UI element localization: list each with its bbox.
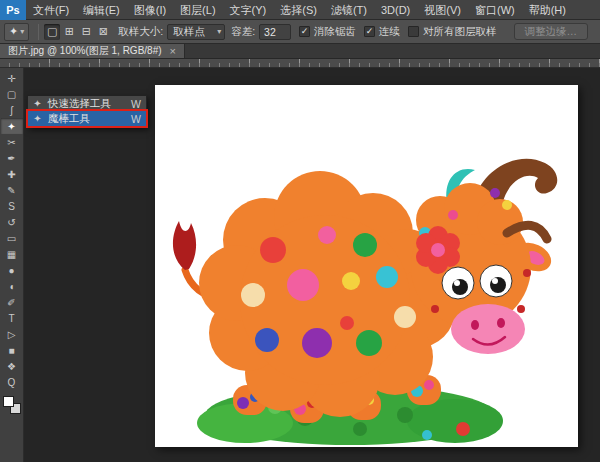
- close-icon[interactable]: ×: [170, 45, 176, 57]
- menu-filter[interactable]: 滤镜(T): [324, 0, 374, 20]
- document-tab-title: 图片.jpg @ 100%(图层 1, RGB/8#): [8, 44, 162, 58]
- antialias-checkbox[interactable]: ✓: [299, 26, 310, 37]
- magic-wand-tool[interactable]: ✦: [1, 118, 23, 134]
- quick-selection-tool-item[interactable]: ✦ 快速选择工具 W: [28, 96, 146, 111]
- color-swatches[interactable]: [3, 396, 21, 414]
- sample-all-layers-option[interactable]: 对所有图层取样: [408, 25, 497, 39]
- workspace: ✛ ▢ ʃ ✦ ✂ ✒ ✚ ✎ S ↺ ▭ ▦ ● ◖ ✐ T ▷ ■ ❖ Q: [0, 68, 600, 462]
- menu-bar: Ps 文件(F) 编辑(E) 图像(I) 图层(L) 文字(Y) 选择(S) 滤…: [0, 0, 600, 20]
- move-tool[interactable]: ✛: [1, 70, 23, 86]
- contiguous-label: 连续: [379, 25, 400, 39]
- menu-layer[interactable]: 图层(L): [173, 0, 222, 20]
- sample-size-dropdown[interactable]: 取样点 ▾: [167, 24, 225, 40]
- add-selection-mode-button[interactable]: ⊞: [61, 24, 77, 40]
- magic-wand-icon: ✦: [9, 25, 18, 38]
- eyedropper-tool[interactable]: ✒: [1, 150, 23, 166]
- horizontal-ruler[interactable]: [0, 59, 600, 68]
- menu-view[interactable]: 视图(V): [417, 0, 468, 20]
- blur-tool[interactable]: ●: [1, 262, 23, 278]
- menu-help[interactable]: 帮助(H): [522, 0, 573, 20]
- sample-all-layers-label: 对所有图层取样: [423, 25, 497, 39]
- zoom-tool[interactable]: Q: [1, 374, 23, 390]
- menu-type[interactable]: 文字(Y): [223, 0, 274, 20]
- healing-brush-tool[interactable]: ✚: [1, 166, 23, 182]
- document-tab[interactable]: 图片.jpg @ 100%(图层 1, RGB/8#) ×: [0, 44, 185, 58]
- tools-panel: ✛ ▢ ʃ ✦ ✂ ✒ ✚ ✎ S ↺ ▭ ▦ ● ◖ ✐ T ▷ ■ ❖ Q: [0, 68, 24, 462]
- marquee-tool[interactable]: ▢: [1, 86, 23, 102]
- antialias-option[interactable]: ✓ 消除锯齿: [299, 25, 356, 39]
- brush-tool[interactable]: ✎: [1, 182, 23, 198]
- pen-tool[interactable]: ✐: [1, 294, 23, 310]
- gradient-tool[interactable]: ▦: [1, 246, 23, 262]
- antialias-label: 消除锯齿: [314, 25, 356, 39]
- menu-3d[interactable]: 3D(D): [374, 0, 417, 20]
- document-canvas[interactable]: [155, 85, 578, 447]
- cartoon-bull-illustration: [155, 85, 578, 447]
- wand-tool-flyout-menu: ✦ 快速选择工具 W ✦ 魔棒工具 W: [27, 95, 147, 127]
- quick-selection-tool-icon: ✦: [32, 98, 43, 109]
- shape-tool[interactable]: ■: [1, 342, 23, 358]
- subtract-selection-mode-button[interactable]: ⊟: [78, 24, 94, 40]
- options-bar: ✦ ▾ ▢ ⊞ ⊟ ⊠ 取样大小: 取样点 ▾ 容差: 32 ✓ 消除锯齿 ✓ …: [0, 20, 600, 44]
- eraser-tool[interactable]: ▭: [1, 230, 23, 246]
- contiguous-option[interactable]: ✓ 连续: [364, 25, 400, 39]
- chevron-down-icon: ▾: [20, 27, 24, 36]
- intersect-selection-mode-button[interactable]: ⊠: [95, 24, 111, 40]
- path-select-tool[interactable]: ▷: [1, 326, 23, 342]
- menu-edit[interactable]: 编辑(E): [76, 0, 127, 20]
- body: [199, 171, 455, 417]
- magic-wand-tool-label: 魔棒工具: [48, 112, 90, 126]
- foreground-color-swatch[interactable]: [3, 396, 14, 407]
- clone-stamp-tool[interactable]: S: [1, 198, 23, 214]
- tolerance-label: 容差:: [231, 25, 255, 39]
- new-selection-mode-button[interactable]: ▢: [44, 24, 60, 40]
- photoshop-logo: Ps: [0, 0, 26, 20]
- type-tool[interactable]: T: [1, 310, 23, 326]
- magic-wand-tool-item[interactable]: ✦ 魔棒工具 W: [28, 111, 146, 126]
- document-tab-bar: 图片.jpg @ 100%(图层 1, RGB/8#) ×: [0, 44, 600, 59]
- separator: [38, 24, 39, 40]
- shortcut-key: W: [131, 98, 141, 110]
- shortcut-key: W: [131, 113, 141, 125]
- sample-size-label: 取样大小:: [118, 25, 163, 39]
- tool-preset-picker[interactable]: ✦ ▾: [4, 23, 29, 41]
- quick-selection-tool-label: 快速选择工具: [48, 97, 111, 111]
- sample-all-layers-checkbox[interactable]: [408, 26, 419, 37]
- sample-size-value: 取样点: [173, 25, 205, 39]
- contiguous-checkbox[interactable]: ✓: [364, 26, 375, 37]
- chevron-down-icon: ▾: [217, 27, 221, 36]
- history-brush-tool[interactable]: ↺: [1, 214, 23, 230]
- magic-wand-tool-icon: ✦: [32, 113, 43, 124]
- refine-edge-button[interactable]: 调整边缘…: [514, 23, 589, 40]
- menu-file[interactable]: 文件(F): [26, 0, 76, 20]
- menu-window[interactable]: 窗口(W): [468, 0, 522, 20]
- hand-tool[interactable]: ❖: [1, 358, 23, 374]
- tolerance-input[interactable]: 32: [259, 24, 291, 40]
- lasso-tool[interactable]: ʃ: [1, 102, 23, 118]
- menu-select[interactable]: 选择(S): [273, 0, 324, 20]
- crop-tool[interactable]: ✂: [1, 134, 23, 150]
- menu-image[interactable]: 图像(I): [127, 0, 173, 20]
- photoshop-window: Ps 文件(F) 编辑(E) 图像(I) 图层(L) 文字(Y) 选择(S) 滤…: [0, 0, 600, 462]
- muzzle: [451, 304, 525, 354]
- dodge-tool[interactable]: ◖: [1, 278, 23, 294]
